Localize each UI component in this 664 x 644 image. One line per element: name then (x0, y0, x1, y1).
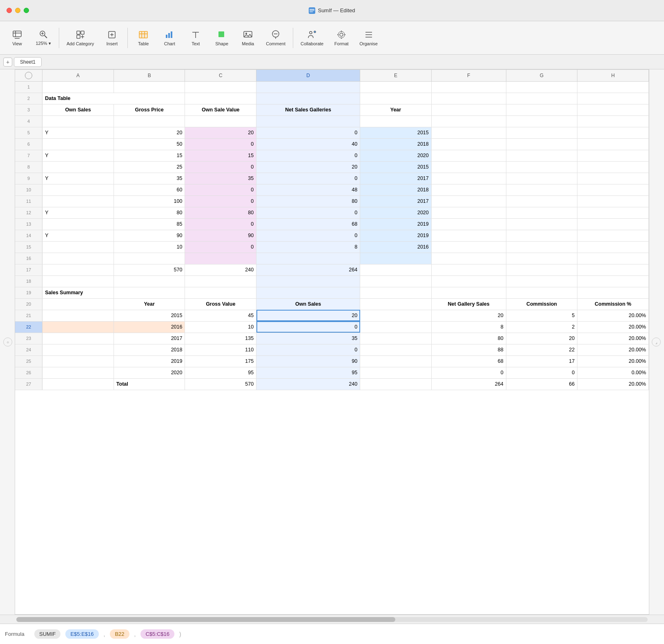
cell[interactable]: 90 (256, 355, 360, 367)
toolbar-text[interactable]: Text (183, 27, 208, 49)
cell[interactable] (114, 275, 185, 287)
row-number[interactable]: 5 (15, 127, 42, 138)
cell[interactable]: 570 (114, 264, 185, 275)
sheet-tab-sheet1[interactable]: Sheet1 (14, 57, 42, 67)
row-number[interactable]: 25 (15, 355, 42, 367)
row-number[interactable]: 3 (15, 104, 42, 115)
row-number[interactable]: 23 (15, 333, 42, 344)
cell[interactable] (42, 138, 114, 150)
toolbar-zoom[interactable]: 125% ▾ (31, 27, 56, 49)
cell[interactable] (506, 195, 577, 207)
cell[interactable]: Total (114, 378, 185, 390)
cell[interactable]: 135 (185, 333, 256, 344)
cell[interactable]: 15 (185, 150, 256, 161)
cell[interactable] (42, 161, 114, 173)
row-number[interactable]: 21 (15, 310, 42, 321)
cell[interactable]: 80 (431, 333, 506, 344)
cell[interactable]: 264 (431, 378, 506, 390)
cell[interactable] (114, 115, 185, 127)
cell[interactable] (431, 173, 506, 184)
cell[interactable]: 2019 (114, 355, 185, 367)
cell[interactable] (431, 218, 506, 230)
row-number[interactable]: 14 (15, 230, 42, 241)
row-number[interactable]: 22 (15, 321, 42, 333)
cell[interactable] (431, 150, 506, 161)
cell[interactable] (185, 275, 256, 287)
cell[interactable]: Y (42, 207, 114, 218)
horizontal-scrollbar[interactable] (0, 615, 664, 624)
cell[interactable] (431, 241, 506, 253)
cell[interactable]: 95 (256, 367, 360, 378)
cell[interactable] (506, 161, 577, 173)
cell[interactable]: 2 (506, 321, 577, 333)
cell[interactable]: 20.00% (577, 310, 649, 321)
cell[interactable]: 2017 (114, 333, 185, 344)
cell[interactable] (577, 195, 649, 207)
cell[interactable]: Own Sales (256, 298, 360, 310)
cell[interactable]: Sales Summary (42, 287, 114, 298)
toolbar-media[interactable]: Media (236, 27, 260, 49)
cell[interactable]: 10 (185, 321, 256, 333)
cell[interactable]: 5 (506, 310, 577, 321)
cell[interactable] (506, 173, 577, 184)
cell[interactable] (42, 367, 114, 378)
cell[interactable] (42, 275, 114, 287)
cell[interactable] (42, 321, 114, 333)
cell[interactable]: 0 (256, 150, 360, 161)
minimize-button[interactable] (15, 8, 20, 13)
cell[interactable]: 20.00% (577, 378, 649, 390)
cell[interactable] (42, 333, 114, 344)
cell[interactable]: 20 (506, 333, 577, 344)
cell[interactable] (506, 150, 577, 161)
cell[interactable] (506, 241, 577, 253)
cell[interactable] (431, 115, 506, 127)
row-number[interactable]: 1 (15, 81, 42, 93)
cell[interactable]: 20 (256, 310, 360, 321)
cell[interactable]: 20 (431, 310, 506, 321)
cell[interactable] (506, 104, 577, 115)
cell[interactable] (360, 264, 432, 275)
row-number[interactable]: 24 (15, 344, 42, 355)
cell[interactable]: 0 (256, 321, 360, 333)
cell[interactable] (42, 253, 114, 264)
cell[interactable] (431, 81, 506, 93)
row-number[interactable]: 16 (15, 253, 42, 264)
row-number[interactable]: 12 (15, 207, 42, 218)
cell[interactable] (506, 230, 577, 241)
toolbar-table[interactable]: Table (131, 27, 156, 49)
cell[interactable]: 2020 (360, 207, 432, 218)
cell[interactable]: Commission (506, 298, 577, 310)
cell[interactable]: 35 (256, 333, 360, 344)
cell[interactable]: Own Sales (42, 104, 114, 115)
cell[interactable] (360, 344, 432, 355)
cell[interactable]: 48 (256, 184, 360, 195)
left-scroll-handle[interactable]: ○ (3, 338, 12, 346)
row-number[interactable]: 27 (15, 378, 42, 390)
row-number[interactable]: 2 (15, 93, 42, 104)
cell[interactable] (360, 253, 432, 264)
cell[interactable] (114, 81, 185, 93)
cell[interactable]: 22 (506, 344, 577, 355)
cell[interactable] (577, 138, 649, 150)
cell[interactable]: 0 (256, 344, 360, 355)
cell[interactable]: Net Sales Galleries (256, 104, 360, 115)
cell[interactable]: 2018 (360, 184, 432, 195)
cell[interactable] (577, 81, 649, 93)
cell[interactable] (185, 81, 256, 93)
row-number[interactable]: 20 (15, 298, 42, 310)
cell[interactable]: 2017 (360, 195, 432, 207)
row-number[interactable]: 15 (15, 241, 42, 253)
cell[interactable] (506, 138, 577, 150)
toolbar-organise[interactable]: Organise (355, 27, 382, 49)
cell[interactable]: Net Gallery Sales (431, 298, 506, 310)
col-header-B[interactable]: B (114, 70, 185, 81)
cell[interactable] (506, 253, 577, 264)
cell[interactable] (577, 241, 649, 253)
cell[interactable] (360, 81, 432, 93)
maximize-button[interactable] (24, 8, 29, 13)
cell[interactable]: Year (360, 104, 432, 115)
scrollbar-thumb[interactable] (16, 617, 395, 622)
cell[interactable]: 110 (185, 344, 256, 355)
cell[interactable]: 85 (114, 218, 185, 230)
cell[interactable]: 2015 (360, 161, 432, 173)
